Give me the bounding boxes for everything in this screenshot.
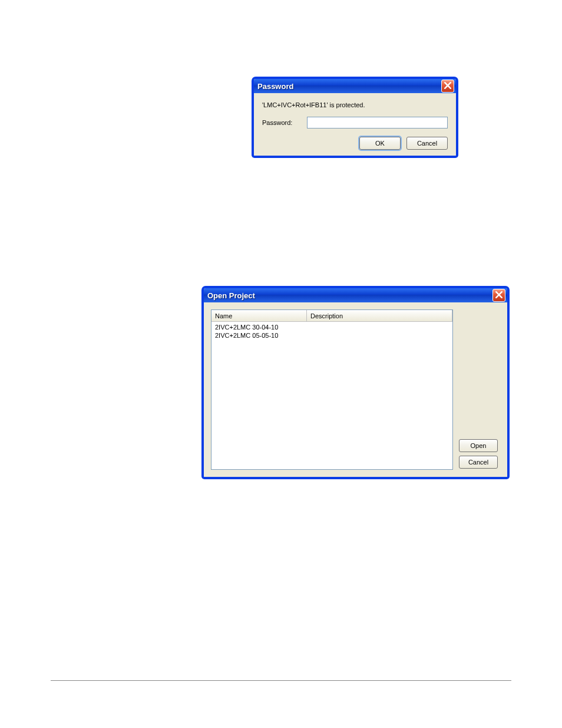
password-message: 'LMC+IVC+Rot+IFB11' is protected.: [262, 101, 448, 108]
close-icon: [444, 82, 451, 90]
open-project-side-buttons: Open Cancel: [459, 309, 500, 470]
list-item[interactable]: 2IVC+2LMC 30-04-10: [211, 323, 452, 331]
open-project-titlebar[interactable]: Open Project: [204, 288, 507, 302]
password-dialog-body: 'LMC+IVC+Rot+IFB11' is protected. Passwo…: [254, 93, 456, 156]
open-project-body: Name Description 2IVC+2LMC 30-04-10 2IVC…: [204, 302, 507, 477]
cancel-button[interactable]: Cancel: [406, 137, 448, 150]
footer-divider: [51, 680, 511, 681]
ok-button[interactable]: OK: [359, 137, 401, 150]
password-input[interactable]: [307, 117, 448, 129]
column-header-description[interactable]: Description: [307, 310, 452, 321]
password-dialog: Password 'LMC+IVC+Rot+IFB11' is protecte…: [252, 77, 458, 157]
open-project-dialog: Open Project Name Description 2IVC+2LMC …: [202, 286, 509, 479]
password-titlebar[interactable]: Password: [254, 79, 456, 93]
project-list-header: Name Description: [211, 310, 452, 322]
password-dialog-title: Password: [257, 82, 293, 91]
password-row: Password:: [262, 117, 448, 129]
close-button[interactable]: [492, 289, 505, 302]
project-list[interactable]: Name Description 2IVC+2LMC 30-04-10 2IVC…: [211, 309, 453, 470]
list-item[interactable]: 2IVC+2LMC 05-05-10: [211, 331, 452, 340]
project-list-body: 2IVC+2LMC 30-04-10 2IVC+2LMC 05-05-10: [211, 322, 452, 340]
password-label: Password:: [262, 119, 307, 126]
password-button-row: OK Cancel: [262, 137, 448, 150]
close-button[interactable]: [441, 80, 454, 93]
close-icon: [495, 291, 503, 299]
cancel-button[interactable]: Cancel: [459, 456, 498, 469]
open-button[interactable]: Open: [459, 439, 498, 452]
open-project-dialog-title: Open Project: [207, 291, 255, 300]
column-header-name[interactable]: Name: [211, 310, 307, 321]
